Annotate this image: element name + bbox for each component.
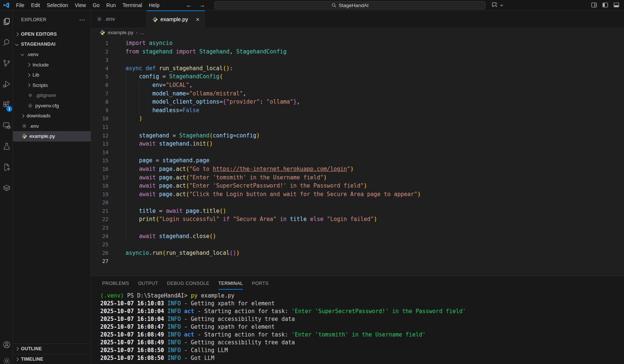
- indent-guide: [126, 90, 126, 98]
- tree-item-downloads[interactable]: downloads: [13, 111, 91, 121]
- code-line-content: await stagehand.init(): [126, 140, 213, 148]
- line-number: 11: [91, 123, 108, 131]
- close-icon[interactable]: ×: [196, 16, 199, 23]
- breadcrumb-separator-icon: ›: [136, 30, 137, 35]
- terminal[interactable]: (.venv) PS D:\StageHandAI> py example.py…: [91, 291, 624, 362]
- open-editors-section[interactable]: OPEN EDITORS: [13, 29, 91, 39]
- menu-item-help[interactable]: Help: [146, 0, 163, 10]
- nav-back-arrow[interactable]: ←: [182, 2, 195, 9]
- line-number: 25: [91, 240, 108, 249]
- line-number: 10: [91, 114, 108, 123]
- layout-grid-icon[interactable]: [591, 1, 598, 9]
- indent-guide: [139, 106, 139, 115]
- tree-item-label: Lib: [33, 72, 39, 78]
- code-line-content: page = stagehand.page: [126, 156, 209, 165]
- breadcrumb-symbol[interactable]: ...: [140, 30, 144, 35]
- gear-icon: [27, 103, 33, 108]
- nav-forward-arrow[interactable]: →: [195, 2, 209, 9]
- menu-item-edit[interactable]: Edit: [28, 0, 43, 10]
- menu-item-selection[interactable]: Selection: [43, 0, 72, 10]
- extensions-icon[interactable]: 1: [0, 96, 13, 114]
- tab-label: .env: [105, 16, 115, 22]
- code-editor[interactable]: 1import asyncio2from stagehand import St…: [91, 38, 624, 266]
- source-control-icon[interactable]: [0, 54, 13, 72]
- account-icon[interactable]: [0, 337, 13, 353]
- line-number: 23: [91, 224, 108, 232]
- code-line-10: 10 ): [91, 114, 624, 123]
- open-editors-label: OPEN EDITORS: [21, 32, 57, 37]
- copilot-button[interactable]: [491, 1, 504, 9]
- code-line-26: 26asyncio.run(run_stagehand_local()): [91, 249, 624, 257]
- panel-tab-problems[interactable]: PROBLEMS: [102, 276, 129, 291]
- tree-item-lib[interactable]: Lib: [13, 70, 91, 80]
- tree-item-gitignore[interactable]: .gitignore: [13, 90, 91, 101]
- indent-guide: [126, 81, 126, 90]
- gear-icon: [96, 16, 102, 22]
- panel-tab-ports[interactable]: PORTS: [252, 276, 269, 291]
- activity-bar-top: 1: [0, 13, 13, 200]
- indent-guide: [126, 131, 126, 140]
- remote-explorer-icon[interactable]: [0, 117, 13, 134]
- tree-item-scripts[interactable]: Scripts: [13, 80, 91, 91]
- tree-item-example-py[interactable]: example.py: [13, 131, 91, 142]
- line-number: 26: [91, 249, 108, 257]
- menu-item-terminal[interactable]: Terminal: [119, 0, 146, 10]
- breadcrumb: example.py › ...: [91, 27, 624, 38]
- editor-group: .envexample.py× example.py › ... 1import…: [91, 10, 624, 276]
- command-center-search[interactable]: StageHandAI: [214, 1, 485, 9]
- toggle-panel-icon[interactable]: [613, 1, 620, 9]
- code-line-11: 11: [91, 123, 624, 131]
- panel-tab-terminal[interactable]: TERMINAL: [218, 276, 243, 291]
- indent-guide: [126, 156, 126, 165]
- settings-gear-icon[interactable]: [0, 353, 13, 364]
- terminal-line-7: 2025-10-07 16:08:49 INFO - Getting acces…: [100, 339, 624, 347]
- menu-item-run[interactable]: Run: [103, 0, 119, 10]
- tab-env[interactable]: .env: [91, 10, 147, 27]
- indent-guide: [126, 140, 126, 148]
- tree-item-label: example.py: [29, 133, 55, 139]
- menu-bar: FileEditSelectionViewGoRunTerminalHelp: [13, 0, 163, 10]
- copilot-icon: [491, 1, 498, 9]
- vscode-window: FileEditSelectionViewGoRunTerminalHelp ←…: [0, 0, 624, 364]
- line-number: 19: [91, 190, 108, 199]
- terminal-line-1: (.venv) PS D:\StageHandAI> py example.py: [100, 292, 624, 300]
- ai-toolkit-icon[interactable]: [0, 158, 13, 176]
- code-line-content: from stagehand import Stagehand, Stageha…: [126, 48, 287, 56]
- code-line-content: import asyncio: [126, 39, 172, 48]
- explorer-icon[interactable]: [0, 13, 13, 30]
- indent-guide: [126, 190, 126, 199]
- chevron-right-icon: [27, 63, 30, 66]
- indent-guide: [139, 98, 139, 106]
- line-number: 15: [91, 156, 108, 165]
- indent-guide: [126, 207, 126, 215]
- chevron-right-icon: [15, 347, 19, 351]
- root-folder-section[interactable]: STAGEHANDAI: [13, 39, 91, 50]
- tree-item-label: pyvenv.cfg: [35, 103, 59, 108]
- menu-item-go[interactable]: Go: [89, 0, 103, 10]
- line-number: 5: [91, 72, 108, 81]
- tree-item-env[interactable]: .env: [13, 121, 91, 131]
- timeline-section[interactable]: TIMELINE: [13, 354, 91, 364]
- line-number: 22: [91, 215, 108, 224]
- run-debug-icon[interactable]: [0, 75, 13, 93]
- menu-item-file[interactable]: File: [13, 0, 28, 10]
- testing-icon[interactable]: [0, 137, 13, 155]
- breadcrumb-file[interactable]: example.py: [108, 30, 133, 35]
- code-line-content: stagehand = Stagehand(config=config): [126, 131, 260, 140]
- code-line-2: 2from stagehand import Stagehand, Stageh…: [91, 48, 624, 56]
- containers-icon[interactable]: [0, 179, 13, 197]
- tree-item-include[interactable]: Include: [13, 60, 91, 70]
- toggle-sidebar-icon[interactable]: [602, 1, 609, 9]
- panel-tab-debug-console[interactable]: DEBUG CONSOLE: [167, 276, 209, 291]
- vscode-logo-icon: [3, 2, 10, 9]
- panel-tab-output[interactable]: OUTPUT: [138, 276, 158, 291]
- tab-example-py[interactable]: example.py×: [147, 10, 205, 27]
- more-actions-icon[interactable]: ⋯: [79, 16, 85, 23]
- outline-section[interactable]: OUTLINE: [13, 344, 91, 354]
- chevron-down-icon: [500, 3, 504, 7]
- menu-item-view[interactable]: View: [71, 0, 89, 10]
- tree-item-pyvenv-cfg[interactable]: pyvenv.cfg: [13, 101, 91, 111]
- line-number: 8: [91, 98, 108, 106]
- search-icon[interactable]: [0, 33, 13, 51]
- tree-item-venv[interactable]: .venv: [13, 49, 91, 60]
